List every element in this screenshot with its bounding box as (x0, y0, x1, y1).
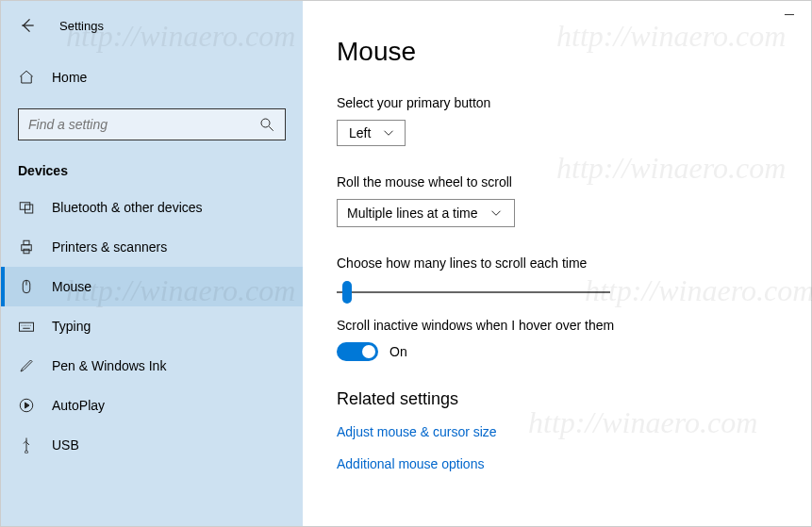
primary-button-label: Select your primary button (337, 95, 811, 110)
search-input[interactable] (28, 117, 258, 132)
minimize-button[interactable]: ─ (777, 5, 802, 24)
window-controls: ─ (777, 5, 802, 24)
svg-point-0 (261, 119, 270, 127)
chevron-down-icon (380, 124, 397, 141)
sidebar-item-label: Pen & Windows Ink (52, 358, 166, 373)
sidebar-item-label: USB (52, 437, 79, 453)
home-icon (18, 69, 35, 86)
devices-icon (18, 199, 35, 216)
mouse-icon (18, 278, 35, 295)
content-area: ─ Mouse Select your primary button Left … (303, 1, 811, 526)
sidebar-item-label: Bluetooth & other devices (52, 200, 203, 215)
sidebar-category: Devices (1, 150, 303, 188)
home-label: Home (52, 70, 87, 85)
svg-rect-2 (25, 205, 33, 213)
sidebar-item-autoplay[interactable]: AutoPlay (1, 386, 303, 425)
lines-label: Choose how many lines to scroll each tim… (337, 255, 811, 271)
printer-icon (18, 239, 35, 255)
svg-rect-7 (20, 322, 34, 331)
search-box[interactable] (18, 108, 286, 140)
settings-window: Settings Home Devices Bluetooth & other … (0, 0, 812, 527)
related-settings-header: Related settings (337, 389, 811, 409)
link-adjust-cursor[interactable]: Adjust mouse & cursor size (337, 424, 811, 439)
toggle-value: On (389, 344, 407, 359)
wheel-label: Roll the mouse wheel to scroll (337, 174, 811, 189)
search-icon (258, 116, 275, 133)
wheel-value: Multiple lines at a time (347, 206, 478, 221)
sidebar-item-label: Printers & scanners (52, 239, 167, 255)
sidebar-item-usb[interactable]: USB (1, 425, 303, 465)
usb-icon (18, 436, 35, 453)
sidebar-item-mouse[interactable]: Mouse (1, 267, 303, 306)
titlebar: Settings (1, 8, 303, 42)
page-title: Mouse (337, 37, 811, 67)
lines-slider-wrap (337, 280, 610, 297)
svg-rect-3 (22, 245, 32, 251)
pen-icon (18, 357, 35, 374)
sidebar-nav: Bluetooth & other devices Printers & sca… (1, 188, 303, 465)
sidebar-item-label: AutoPlay (52, 398, 105, 413)
sidebar-item-label: Mouse (52, 279, 91, 294)
sidebar-item-home[interactable]: Home (1, 58, 303, 97)
svg-rect-5 (24, 249, 29, 254)
inactive-toggle[interactable] (337, 342, 378, 361)
sidebar: Settings Home Devices Bluetooth & other … (1, 1, 303, 526)
sidebar-item-pen[interactable]: Pen & Windows Ink (1, 346, 303, 386)
autoplay-icon (18, 397, 35, 414)
inactive-toggle-row: On (337, 342, 811, 361)
chevron-down-icon (488, 205, 505, 222)
keyboard-icon (18, 318, 35, 335)
wheel-select[interactable]: Multiple lines at a time (337, 199, 515, 227)
sidebar-item-label: Typing (52, 319, 91, 334)
sidebar-item-printers[interactable]: Printers & scanners (1, 227, 303, 267)
primary-button-select[interactable]: Left (337, 120, 406, 146)
lines-slider[interactable] (337, 291, 610, 293)
primary-button-value: Left (349, 125, 371, 140)
inactive-label: Scroll inactive windows when I hover ove… (337, 318, 811, 333)
window-title: Settings (59, 19, 104, 33)
sidebar-item-typing[interactable]: Typing (1, 306, 303, 346)
link-additional-options[interactable]: Additional mouse options (337, 456, 811, 471)
sidebar-item-bluetooth[interactable]: Bluetooth & other devices (1, 188, 303, 227)
svg-rect-4 (24, 240, 29, 245)
back-button[interactable] (18, 16, 37, 35)
